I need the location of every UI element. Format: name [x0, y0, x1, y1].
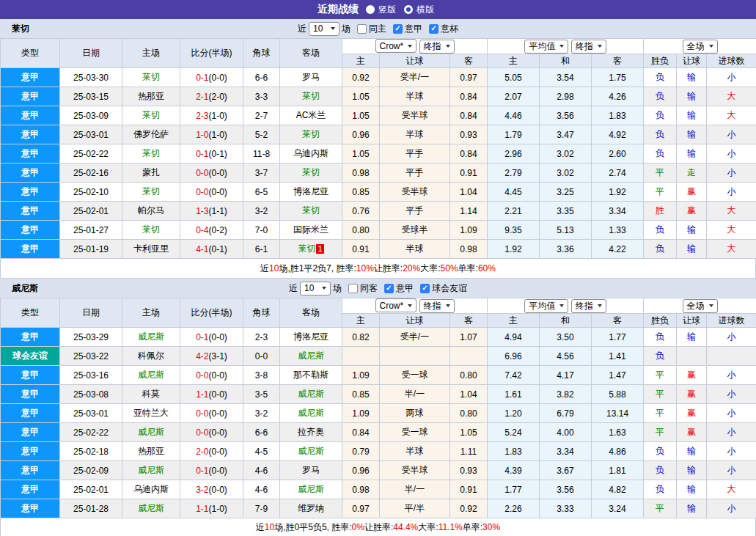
- fulltime-select-cell: 全场: [644, 39, 756, 54]
- home-team[interactable]: 莱切: [122, 106, 180, 125]
- odds-home: 0.97: [342, 499, 380, 518]
- avg-away-odds: 1.83: [592, 106, 644, 125]
- match-type-badge: 意甲: [1, 480, 60, 499]
- halftime-score: (0-0): [209, 332, 227, 342]
- home-team[interactable]: 乌迪内斯: [122, 480, 180, 499]
- away-team[interactable]: 莱切: [280, 125, 342, 144]
- avg-select[interactable]: 平均值: [524, 40, 568, 54]
- home-team[interactable]: 威尼斯: [122, 328, 180, 347]
- avg-index-select[interactable]: 终指: [571, 299, 606, 313]
- odds-company-select[interactable]: Crow*: [375, 298, 417, 312]
- home-team[interactable]: 威尼斯: [122, 366, 180, 385]
- home-team[interactable]: 莱切: [122, 68, 180, 87]
- corner-score: 3-8: [243, 366, 280, 385]
- horizontal-layout-radio[interactable]: [404, 5, 413, 14]
- avg-home-odds: 1.83: [488, 442, 540, 461]
- home-team[interactable]: 莱切: [122, 183, 180, 202]
- goals-result: 大: [707, 221, 756, 240]
- away-team[interactable]: 威尼斯: [280, 347, 342, 366]
- match-date: 25-02-01: [60, 480, 122, 499]
- match-date: 25-03-29: [60, 328, 122, 347]
- col-avg-draw: 和: [540, 54, 592, 68]
- home-team[interactable]: 威尼斯: [122, 461, 180, 480]
- summary-text-part: 单率:: [458, 263, 478, 275]
- handicap-result: 输: [677, 328, 707, 347]
- match-count-select[interactable]: 10: [300, 282, 331, 295]
- away-team[interactable]: 威尼斯: [280, 385, 342, 404]
- match-row: 意甲25-01-27莱切0-4(0-2)7-0国际米兰0.80受球半1.099.…: [1, 221, 756, 240]
- away-team[interactable]: 莱切: [280, 164, 342, 183]
- winloss-result: 负: [644, 68, 677, 87]
- match-score: 4-1(0-1): [180, 240, 243, 259]
- same-venue-checkbox[interactable]: [348, 284, 358, 293]
- away-team[interactable]: 莱切1: [280, 240, 342, 259]
- away-team[interactable]: 那不勒斯: [280, 366, 342, 385]
- avg-home-odds: 1.61: [488, 385, 540, 404]
- away-team[interactable]: 罗马: [280, 68, 342, 87]
- friendly-checkbox[interactable]: [420, 284, 430, 293]
- goals-result: 小: [707, 366, 756, 385]
- summary-text-part: 让胜率:: [364, 521, 393, 534]
- away-team[interactable]: AC米兰: [280, 106, 342, 125]
- away-team[interactable]: 威尼斯: [280, 404, 342, 423]
- league-checkbox[interactable]: [393, 24, 403, 34]
- odds-index-select[interactable]: 终指: [419, 299, 455, 313]
- fulltime-select[interactable]: 全场: [683, 40, 718, 54]
- home-team[interactable]: 威尼斯: [122, 499, 180, 518]
- vertical-layout-label[interactable]: 竖版: [378, 4, 396, 16]
- corner-score: 2-7: [243, 106, 280, 125]
- odds-home: 0.98: [342, 480, 380, 499]
- odds-index-select[interactable]: 终指: [419, 40, 455, 54]
- away-team[interactable]: 罗马: [280, 461, 342, 480]
- home-team[interactable]: 亚特兰大: [122, 404, 180, 423]
- avg-select[interactable]: 平均值: [524, 299, 568, 313]
- away-team[interactable]: 乌迪内斯: [280, 144, 342, 164]
- match-count-select[interactable]: 10: [309, 22, 340, 36]
- odds-home: 0.98: [342, 164, 380, 183]
- match-score: 0-0(0-0): [180, 183, 243, 202]
- same-venue-checkbox[interactable]: [357, 24, 367, 34]
- home-team[interactable]: 莱切: [122, 144, 180, 164]
- home-team[interactable]: 科佩尔: [122, 347, 180, 366]
- match-date: 25-03-15: [60, 87, 122, 106]
- match-row: 意甲25-03-08科莫1-1(0-0)3-5威尼斯0.85半/一1.041.6…: [1, 385, 756, 404]
- winloss-result: 负: [644, 106, 677, 125]
- odds-away: 0.93: [450, 461, 488, 480]
- match-score: 0-1(0-1): [180, 144, 243, 164]
- away-team[interactable]: 国际米兰: [280, 221, 342, 240]
- home-team[interactable]: 蒙扎: [122, 164, 180, 183]
- match-date: 25-02-10: [60, 183, 122, 202]
- home-team[interactable]: 科莫: [122, 385, 180, 404]
- fulltime-select[interactable]: 全场: [683, 299, 718, 313]
- away-team[interactable]: 莱切: [280, 202, 342, 221]
- horizontal-layout-label[interactable]: 横版: [416, 4, 434, 16]
- vertical-layout-radio[interactable]: [366, 5, 375, 14]
- away-team[interactable]: 威尼斯: [280, 480, 342, 499]
- home-team[interactable]: 莱切: [122, 221, 180, 240]
- cup-checkbox[interactable]: [429, 24, 438, 34]
- home-team[interactable]: 帕尔马: [122, 202, 180, 221]
- odds-selects-cell: Crow* 终指: [342, 298, 488, 314]
- away-team[interactable]: 威尼斯: [280, 442, 342, 461]
- away-team[interactable]: 拉齐奥: [280, 423, 342, 442]
- away-team[interactable]: 莱切: [280, 87, 342, 106]
- home-team[interactable]: 热那亚: [122, 87, 180, 106]
- away-team-name: 莱切: [302, 91, 320, 101]
- home-team[interactable]: 佛罗伦萨: [122, 125, 180, 144]
- halftime-score: (3-1): [209, 351, 227, 361]
- away-team[interactable]: 博洛尼亚: [280, 328, 342, 347]
- match-score: 1-3(1-1): [180, 202, 243, 221]
- odds-handicap: 平手: [380, 164, 450, 183]
- home-team[interactable]: 威尼斯: [122, 423, 180, 442]
- avg-draw-odds: 3.56: [540, 480, 592, 499]
- avg-index-select[interactable]: 终指: [571, 40, 606, 54]
- away-team[interactable]: 维罗纳: [280, 499, 342, 518]
- league-checkbox[interactable]: [384, 284, 394, 293]
- home-team[interactable]: 热那亚: [122, 442, 180, 461]
- avg-away-odds: 2.74: [592, 164, 644, 183]
- odds-company-select[interactable]: Crow*: [375, 39, 417, 53]
- away-team[interactable]: 博洛尼亚: [280, 183, 342, 202]
- home-team[interactable]: 卡利亚里: [122, 240, 180, 259]
- fulltime-score: 0-0: [196, 408, 208, 419]
- winloss-result: 平: [644, 183, 677, 202]
